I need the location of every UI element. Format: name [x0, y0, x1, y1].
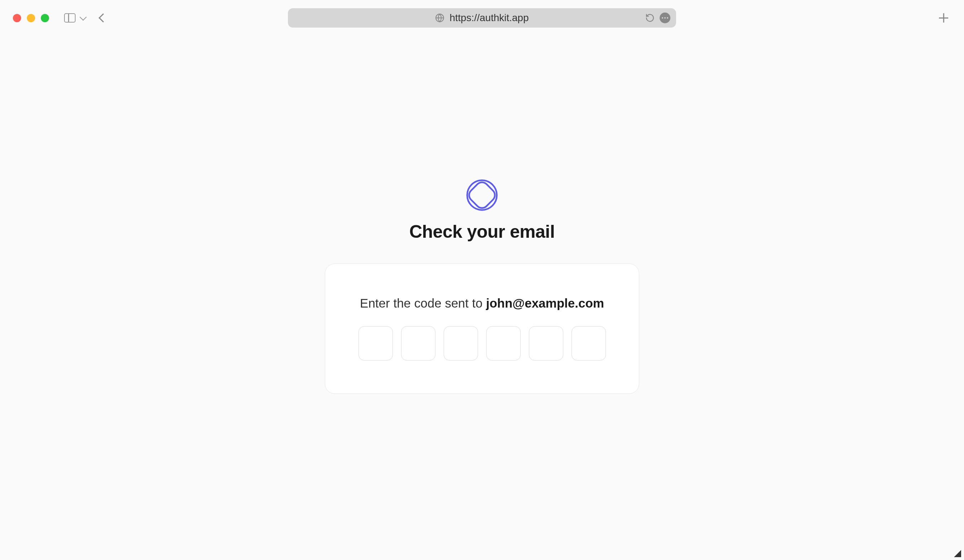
- maximize-window-button[interactable]: [41, 14, 49, 22]
- new-tab-button[interactable]: [938, 13, 949, 23]
- close-window-button[interactable]: [13, 14, 21, 22]
- address-bar-actions: [645, 13, 670, 23]
- verification-card: Enter the code sent to john@example.com: [325, 264, 639, 394]
- email-address: john@example.com: [486, 296, 604, 310]
- sidebar-toggle[interactable]: [64, 13, 85, 23]
- back-button[interactable]: [98, 13, 107, 22]
- code-digit-5[interactable]: [529, 326, 563, 361]
- address-bar[interactable]: https://authkit.app: [288, 8, 676, 28]
- instruction-text: Enter the code sent to john@example.com: [360, 296, 604, 311]
- instruction-prefix: Enter the code sent to: [360, 296, 486, 310]
- app-logo-icon: [466, 179, 498, 211]
- chevron-down-icon: [80, 14, 87, 21]
- plus-icon: [939, 13, 948, 23]
- code-digit-2[interactable]: [401, 326, 435, 361]
- code-digit-4[interactable]: [486, 326, 521, 361]
- code-digit-6[interactable]: [572, 326, 606, 361]
- page-content: Check your email Enter the code sent to …: [0, 36, 964, 394]
- minimize-window-button[interactable]: [27, 14, 35, 22]
- code-input-group: [358, 326, 606, 361]
- code-digit-1[interactable]: [358, 326, 393, 361]
- page-title: Check your email: [409, 221, 555, 242]
- code-digit-3[interactable]: [444, 326, 478, 361]
- more-icon[interactable]: [659, 13, 670, 23]
- url-text: https://authkit.app: [449, 12, 529, 24]
- browser-toolbar: https://authkit.app: [0, 0, 964, 36]
- globe-icon: [435, 13, 445, 23]
- svg-point-2: [467, 181, 497, 210]
- window-controls: [13, 14, 49, 22]
- sidebar-icon: [64, 13, 76, 23]
- reload-icon[interactable]: [645, 13, 655, 23]
